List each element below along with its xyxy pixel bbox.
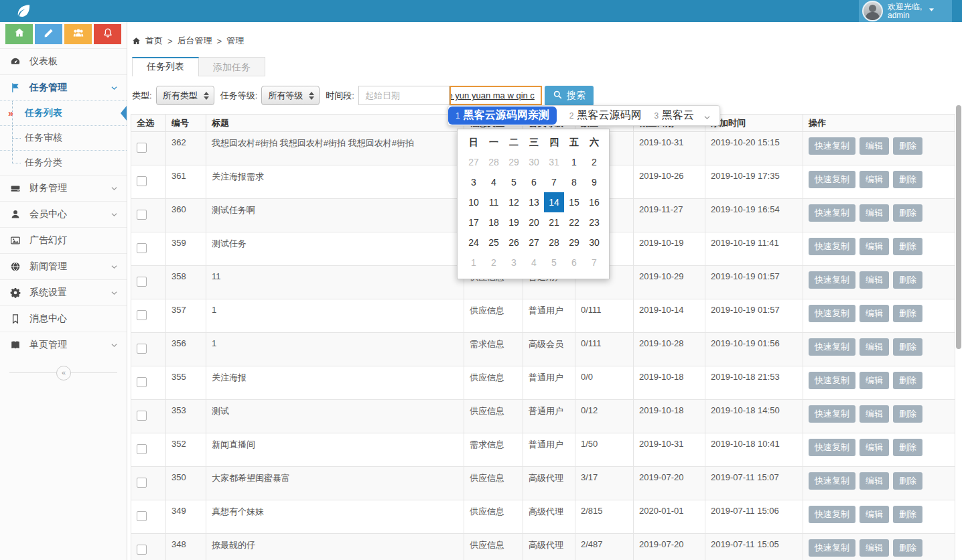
sidebar-item-task-review[interactable]: 任务审核	[0, 125, 127, 150]
delete-button[interactable]: 删除	[893, 439, 922, 456]
calendar-day[interactable]: 20	[524, 212, 544, 232]
calendar-day[interactable]: 7	[544, 172, 564, 192]
edit-button[interactable]: 编辑	[860, 372, 889, 389]
delete-button[interactable]: 删除	[893, 539, 922, 557]
calendar-day[interactable]: 18	[484, 212, 504, 232]
sidebar-item-task-category[interactable]: 任务分类	[0, 150, 127, 175]
delete-button[interactable]: 删除	[893, 338, 922, 356]
sidebar-item-member-center[interactable]: 会员中心	[0, 201, 127, 227]
sidebar-item-news-management[interactable]: 新闻管理	[0, 253, 127, 279]
calendar-day[interactable]: 19	[504, 212, 524, 232]
row-checkbox[interactable]	[137, 377, 147, 387]
quick-copy-button[interactable]: 快速复制	[809, 539, 855, 557]
row-checkbox[interactable]	[137, 310, 147, 320]
delete-button[interactable]: 删除	[893, 405, 922, 423]
delete-button[interactable]: 删除	[893, 171, 922, 188]
breadcrumb-item[interactable]: 管理	[226, 35, 244, 47]
calendar-day[interactable]: 30	[584, 232, 604, 253]
ime-candidate[interactable]: 2黑客云源码网	[569, 109, 642, 123]
edit-button[interactable]: 编辑	[860, 137, 889, 155]
quick-copy-button[interactable]: 快速复制	[809, 439, 855, 456]
quick-copy-button[interactable]: 快速复制	[809, 238, 855, 255]
calendar-day[interactable]: 5	[544, 253, 564, 273]
calendar-day[interactable]: 1	[464, 253, 484, 273]
sidebar-item-single-page-management[interactable]: 单页管理	[0, 332, 127, 358]
calendar-day[interactable]: 5	[504, 172, 524, 192]
level-select[interactable]: 所有等级	[261, 86, 320, 105]
calendar-day[interactable]: 16	[584, 192, 604, 212]
calendar-day[interactable]: 9	[584, 172, 604, 192]
quick-button-home[interactable]	[5, 24, 33, 44]
edit-button[interactable]: 编辑	[860, 539, 889, 557]
edit-button[interactable]: 编辑	[860, 305, 889, 322]
edit-button[interactable]: 编辑	[860, 204, 889, 222]
leaf-logo-icon[interactable]	[15, 3, 32, 18]
edit-button[interactable]: 编辑	[860, 271, 889, 289]
calendar-day[interactable]: 22	[564, 212, 584, 232]
row-checkbox[interactable]	[137, 243, 147, 253]
breadcrumb-item[interactable]: 首页	[145, 35, 163, 47]
delete-button[interactable]: 删除	[893, 204, 922, 222]
quick-copy-button[interactable]: 快速复制	[809, 171, 855, 188]
calendar-day[interactable]: 15	[564, 192, 584, 212]
calendar-day[interactable]: 29	[504, 152, 524, 172]
sidebar-item-task-management[interactable]: 任务管理	[0, 74, 127, 100]
calendar-day[interactable]: 21	[544, 212, 564, 232]
delete-button[interactable]: 删除	[893, 506, 922, 523]
sidebar-item-message-center[interactable]: 消息中心	[0, 305, 127, 332]
calendar-day[interactable]: 27	[464, 152, 484, 172]
ime-candidate[interactable]: 3黑客云	[654, 109, 694, 123]
calendar-day[interactable]: 6	[564, 253, 584, 273]
sidebar-item-finance-management[interactable]: 财务管理	[0, 175, 127, 201]
caret-down-icon[interactable]	[927, 5, 936, 17]
quick-button-notifications[interactable]	[94, 24, 121, 44]
quick-button-users[interactable]	[64, 24, 92, 44]
calendar-day[interactable]: 28	[484, 152, 504, 172]
quick-copy-button[interactable]: 快速复制	[809, 305, 855, 322]
delete-button[interactable]: 删除	[893, 472, 922, 490]
calendar-day[interactable]: 26	[504, 232, 524, 253]
delete-button[interactable]: 删除	[893, 238, 922, 255]
delete-button[interactable]: 删除	[893, 271, 922, 289]
start-date-input[interactable]: 起始日期	[358, 86, 450, 105]
search-button[interactable]: 搜索	[545, 86, 594, 106]
calendar-day[interactable]: 30	[524, 152, 544, 172]
calendar-day[interactable]: 12	[504, 192, 524, 212]
edit-button[interactable]: 编辑	[860, 439, 889, 456]
calendar-day[interactable]: 7	[584, 253, 604, 273]
quick-copy-button[interactable]: 快速复制	[809, 472, 855, 490]
calendar-day[interactable]: 11	[484, 192, 504, 212]
sidebar-collapse-button[interactable]: «	[56, 366, 71, 380]
edit-button[interactable]: 编辑	[860, 238, 889, 255]
edit-button[interactable]: 编辑	[860, 472, 889, 490]
sidebar-item-dashboard[interactable]: 仪表板	[0, 48, 127, 74]
quick-copy-button[interactable]: 快速复制	[809, 372, 855, 389]
calendar-day[interactable]: 3	[504, 253, 524, 273]
calendar-day-selected[interactable]: 14	[544, 192, 564, 212]
breadcrumb-item[interactable]: 后台管理	[178, 35, 212, 47]
calendar-day[interactable]: 4	[484, 172, 504, 192]
calendar-day[interactable]: 17	[464, 212, 484, 232]
calendar-day[interactable]: 29	[564, 232, 584, 253]
row-checkbox[interactable]	[137, 277, 147, 287]
sidebar-item-task-list[interactable]: »任务列表	[0, 100, 127, 125]
calendar-day[interactable]: 10	[464, 192, 484, 212]
quick-copy-button[interactable]: 快速复制	[809, 405, 855, 423]
quick-copy-button[interactable]: 快速复制	[809, 506, 855, 523]
quick-copy-button[interactable]: 快速复制	[809, 137, 855, 155]
tab-add-task[interactable]: 添加任务	[199, 57, 265, 76]
calendar-day[interactable]: 2	[584, 152, 604, 172]
calendar-day[interactable]: 1	[564, 152, 584, 172]
edit-button[interactable]: 编辑	[860, 405, 889, 423]
calendar-day[interactable]: 8	[564, 172, 584, 192]
delete-button[interactable]: 删除	[893, 305, 922, 322]
calendar-day[interactable]: 23	[584, 212, 604, 232]
tab-task-list[interactable]: 任务列表	[132, 57, 199, 76]
delete-button[interactable]: 删除	[893, 137, 922, 155]
ime-candidate[interactable]: 1黑客云源码网亲测	[448, 107, 557, 125]
row-checkbox[interactable]	[137, 411, 147, 421]
calendar-day[interactable]: 28	[544, 232, 564, 253]
quick-copy-button[interactable]: 快速复制	[809, 338, 855, 356]
calendar-day[interactable]: 2	[484, 253, 504, 273]
calendar-day[interactable]: 6	[524, 172, 544, 192]
